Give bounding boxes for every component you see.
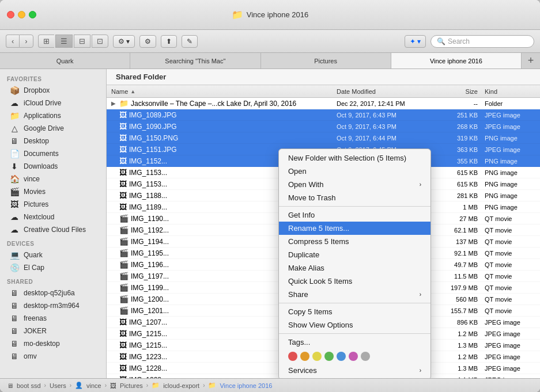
ctx-color-orange[interactable]	[300, 352, 309, 361]
dropbox-icon: ✦	[410, 37, 416, 45]
add-tab-button[interactable]: +	[522, 53, 540, 68]
file-icon: 🎬	[119, 295, 129, 303]
ctx-item-open[interactable]: Open	[279, 165, 431, 178]
tab-vince-iphone[interactable]: Vince iphone 2016	[391, 53, 522, 68]
ctx-color-gray[interactable]	[361, 352, 370, 361]
file-size: 1.3 MB	[432, 342, 478, 349]
ctx-color-red[interactable]	[288, 352, 297, 361]
pictures-icon: 🖼	[9, 200, 20, 209]
view-icon-button[interactable]: ⊞	[38, 35, 54, 48]
sidebar-item-omv[interactable]: 🖥 omv	[2, 350, 104, 363]
ctx-item-show-view-options[interactable]: Show View Options	[279, 318, 431, 332]
ctx-color-blue[interactable]	[337, 352, 346, 361]
table-row[interactable]: 🖼 IMG_1089.JPG Oct 9, 2017, 6:43 PM 251 …	[107, 109, 540, 121]
creative-cloud-icon: ☁	[9, 225, 20, 234]
sidebar-item-movies[interactable]: 🎬 Movies	[2, 185, 104, 198]
close-button[interactable]	[7, 11, 14, 18]
maximize-button[interactable]	[29, 11, 36, 18]
sidebar-item-freenas[interactable]: 🖥 freenas	[2, 312, 104, 325]
ctx-item-tags[interactable]: Tags...	[279, 336, 431, 349]
sidebar-item-mo-desktop[interactable]: 🖥 mo-desktop	[2, 337, 104, 350]
ctx-color-yellow[interactable]	[312, 352, 322, 361]
ctx-item-quick-look-5-items[interactable]: Quick Look 5 Items	[279, 275, 431, 288]
view-list-button[interactable]: ☰	[55, 35, 73, 48]
ctx-item-new-folder-with-selection-5-items[interactable]: New Folder with Selection (5 Items)	[279, 151, 431, 165]
file-kind: PNG image	[478, 204, 535, 211]
table-row[interactable]: 🖼 IMG_1090.JPG Oct 9, 2017, 6:43 PM 268 …	[107, 121, 540, 132]
finder-window: 📁 Vince iphone 2016 ‹ › ⊞ ☰ ⊟ ⊡ ⚙ ▾ ⚙ ⬆ …	[0, 0, 540, 392]
table-row[interactable]: 🖼 IMG_1150.PNG Oct 9, 2017, 6:44 PM 319 …	[107, 132, 540, 144]
file-size: 1.3 MB	[432, 365, 478, 372]
sidebar-item-icloud[interactable]: ☁ iCloud Drive	[2, 97, 104, 109]
file-icon: 🎬	[119, 260, 129, 269]
col-header-name[interactable]: Name ▲	[111, 88, 337, 95]
sidebar-item-nextcloud[interactable]: ☁ Nextcloud	[2, 211, 104, 223]
ctx-item-open-with[interactable]: Open With›	[279, 178, 431, 191]
sidebar-item-creative-cloud[interactable]: ☁ Creative Cloud Files	[2, 223, 104, 236]
sidebar-item-quark[interactable]: 💻 Quark	[2, 249, 104, 261]
dropbox-button[interactable]: ✦ ▾	[405, 35, 426, 48]
sidebar-item-google-drive[interactable]: △ Google Drive	[2, 122, 104, 135]
sidebar-item-desktop-q52[interactable]: 🖥 desktop-q52ju6a	[2, 287, 104, 299]
traffic-lights	[7, 11, 36, 18]
minimize-button[interactable]	[18, 11, 25, 18]
action-button[interactable]: ⚙	[139, 35, 156, 48]
table-row[interactable]: ▶ 📁 Jacksonville – The Cape –...ck Lake …	[107, 98, 540, 109]
ctx-item-move-to-trash[interactable]: Move to Trash	[279, 191, 431, 204]
ctx-item-rename-5-items[interactable]: Rename 5 Items...	[279, 222, 431, 235]
ctx-item-compress-5-items[interactable]: Compress 5 Items	[279, 235, 431, 248]
file-kind: JPEG image	[478, 112, 535, 119]
ctx-item-duplicate[interactable]: Duplicate	[279, 248, 431, 261]
tab-pictures[interactable]: Pictures	[261, 53, 391, 68]
arrange-button[interactable]: ⚙ ▾	[113, 35, 135, 48]
back-button[interactable]: ‹	[6, 35, 19, 48]
sidebar-item-joker[interactable]: 🖥 JOKER	[2, 325, 104, 337]
file-name: Jacksonville – The Cape –...ck Lake Dr, …	[131, 100, 337, 108]
sidebar-item-downloads[interactable]: ⬇ Downloads	[2, 160, 104, 173]
file-date: Dec 22, 2017, 12:41 PM	[337, 100, 432, 107]
col-header-size[interactable]: Size	[432, 88, 478, 95]
ctx-color-purple[interactable]	[349, 352, 358, 361]
ctx-item-copy-5-items[interactable]: Copy 5 Items	[279, 305, 431, 318]
applications-icon: 📁	[9, 111, 20, 120]
file-size: 615 KB	[432, 169, 478, 176]
sidebar-item-desktop[interactable]: 🖥 Desktop	[2, 135, 104, 147]
file-size: --	[432, 100, 478, 107]
col-header-kind[interactable]: Kind	[478, 88, 535, 95]
sidebar-item-desktop-rm3[interactable]: 🖥 desktop-rm3m964	[2, 299, 104, 312]
statusbar-arrow-4: ›	[146, 382, 148, 389]
ctx-item-get-info[interactable]: Get Info	[279, 208, 431, 222]
statusbar-arrow-3: ›	[105, 382, 107, 389]
ctx-item-share[interactable]: Share›	[279, 288, 431, 301]
file-kind: PNG image	[478, 135, 535, 142]
sidebar-item-documents[interactable]: 📄 Documents	[2, 147, 104, 160]
search-box[interactable]: 🔍 Search	[431, 35, 534, 48]
col-header-date[interactable]: Date Modified	[337, 88, 432, 95]
sidebar-item-elcap[interactable]: 💿 El Cap	[2, 261, 104, 274]
view-cover-button[interactable]: ⊡	[92, 35, 108, 48]
edit-tags-button[interactable]: ✎	[182, 35, 198, 48]
search-placeholder: Search	[448, 37, 470, 45]
statusbar-icon-boot: 🖥	[7, 382, 13, 389]
sidebar-item-dropbox[interactable]: 📦 Dropbox	[2, 84, 104, 97]
view-column-button[interactable]: ⊟	[74, 35, 90, 48]
forward-button[interactable]: ›	[19, 35, 33, 48]
ctx-item-services[interactable]: Services›	[279, 364, 431, 377]
sidebar-item-applications[interactable]: 📁 Applications	[2, 109, 104, 122]
file-icon: 🖼	[119, 352, 127, 361]
statusbar-users: Users	[50, 382, 66, 389]
sidebar-item-vince[interactable]: 🏠 vince	[2, 173, 104, 185]
file-icon: 🎬	[119, 226, 129, 234]
tab-quark[interactable]: Quark	[0, 53, 130, 68]
documents-icon: 📄	[9, 149, 20, 158]
share-button[interactable]: ⬆	[161, 35, 177, 48]
file-icon: 📁	[119, 99, 129, 108]
file-size: 896 KB	[432, 319, 478, 326]
sidebar-item-pictures[interactable]: 🖼 Pictures	[2, 198, 104, 211]
file-icon: 🖼	[119, 134, 127, 142]
statusbar: 🖥 boot ssd › Users › 👤 vince › 🖼 Picture…	[0, 378, 540, 392]
tab-searching[interactable]: Searching "This Mac"	[130, 53, 260, 68]
ctx-color-green[interactable]	[324, 352, 334, 361]
ctx-item-make-alias[interactable]: Make Alias	[279, 261, 431, 275]
ctx-submenu-arrow: ›	[420, 291, 421, 298]
